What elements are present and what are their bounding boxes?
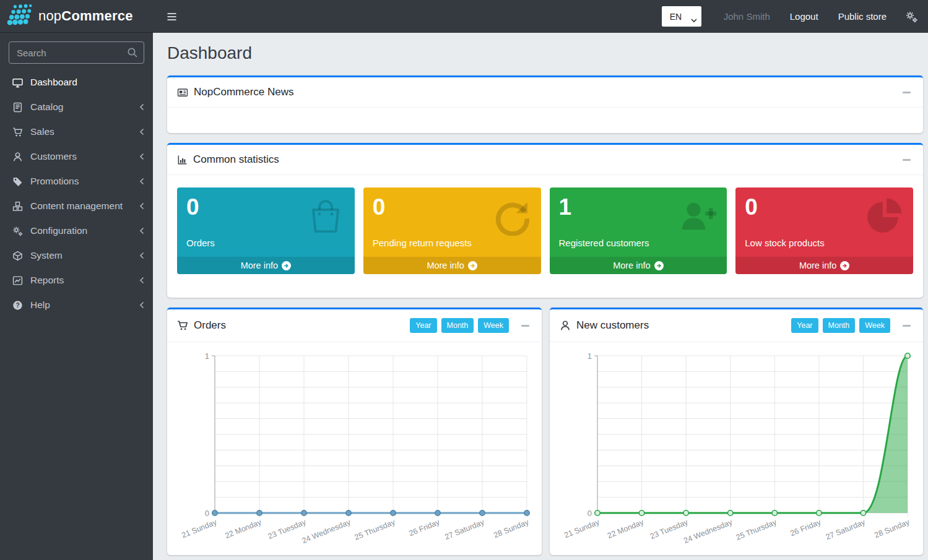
settings-gears-icon[interactable] [905, 11, 918, 23]
chevron-left-icon [139, 277, 144, 284]
orders-week-button[interactable]: Week [478, 318, 509, 333]
arrow-circle-right-icon [654, 261, 664, 270]
svg-text:1: 1 [205, 351, 209, 361]
collapse-button[interactable] [519, 322, 532, 329]
stat-label: Registered customers [559, 238, 718, 248]
minus-icon [903, 159, 911, 161]
registered-customers-stat-card: 1 Registered customers More info [550, 187, 727, 274]
sidebar-toggle-button[interactable] [167, 12, 177, 22]
current-user-label: John Smith [724, 11, 770, 22]
brand[interactable]: nopCommerce [0, 0, 153, 33]
newspaper-icon [177, 87, 188, 98]
orders-panel-title: Orders [177, 319, 226, 332]
logout-link[interactable]: Logout [790, 11, 818, 22]
svg-text:27 Saturday: 27 Saturday [443, 518, 485, 542]
arrow-circle-right-icon [468, 261, 477, 270]
chevron-left-icon [139, 128, 144, 136]
collapse-button[interactable] [900, 89, 913, 96]
more-info-link[interactable]: More info [550, 257, 727, 274]
orders-line-chart: 0121 Sunday22 Monday23 Tuesday24 Wednesd… [173, 347, 536, 553]
customers-year-button[interactable]: Year [791, 318, 818, 333]
sidebar-item-sales[interactable]: Sales [0, 119, 153, 144]
pending-returns-stat-card: 0 Pending return requests More info [363, 187, 541, 274]
statistics-panel-header: Common statistics [167, 145, 923, 175]
collapse-button[interactable] [900, 157, 913, 163]
svg-text:22 Monday: 22 Monday [224, 518, 263, 540]
orders-year-button[interactable]: Year [410, 318, 436, 333]
desktop-icon [10, 77, 25, 88]
sidebar-item-dashboard[interactable]: Dashboard [0, 70, 153, 95]
collapse-button[interactable] [900, 322, 913, 329]
sidebar-item-customers[interactable]: Customers [0, 144, 153, 169]
orders-chart-body: 0121 Sunday22 Monday23 Tuesday24 Wednesd… [167, 342, 542, 555]
chevron-left-icon [139, 153, 144, 160]
tag-icon [10, 176, 25, 187]
customers-panel-title: New customers [560, 319, 649, 332]
sidebar-item-label: Help [30, 299, 139, 311]
stat-value: 1 [559, 195, 718, 220]
svg-text:24 Wednesday: 24 Wednesday [682, 518, 734, 545]
sidebar-item-promotions[interactable]: Promotions [0, 169, 153, 194]
chevron-left-icon [139, 252, 144, 259]
chart-line-icon [10, 275, 25, 286]
orders-panel-header: Orders Year Month Week [167, 309, 542, 342]
news-panel: NopCommerce News [167, 75, 923, 133]
svg-text:1: 1 [588, 351, 592, 361]
svg-text:26 Friday: 26 Friday [408, 518, 441, 538]
sidebar-item-reports[interactable]: Reports [0, 268, 153, 293]
customers-panel-header: New customers Year Month Week [550, 309, 923, 342]
public-store-link[interactable]: Public store [838, 11, 887, 22]
sidebar-item-catalog[interactable]: Catalog [0, 95, 153, 119]
sidebar-item-label: Content management [30, 200, 139, 212]
cubes-icon [10, 201, 25, 212]
svg-text:26 Friday: 26 Friday [789, 518, 822, 538]
orders-stat-card: 0 Orders More info [177, 187, 355, 274]
chevron-left-icon [139, 202, 144, 210]
sidebar: nopCommerce Dashboard Catalog [0, 0, 153, 560]
sidebar-item-system[interactable]: System [0, 243, 153, 268]
customers-week-button[interactable]: Week [859, 318, 890, 333]
stat-value: 0 [186, 195, 345, 220]
news-panel-body [167, 108, 923, 133]
news-panel-title: NopCommerce News [177, 86, 294, 98]
orders-month-button[interactable]: Month [441, 318, 474, 333]
svg-text:28 Sunday: 28 Sunday [873, 518, 911, 540]
common-statistics-panel: Common statistics 0 Orders [167, 143, 923, 298]
customers-line-chart: 0121 Sunday22 Monday23 Tuesday24 Wednesd… [556, 347, 916, 553]
cart-icon [177, 320, 188, 331]
stat-label: Low stock products [745, 238, 904, 248]
search-input[interactable] [9, 41, 144, 64]
main-content: Dashboard NopCommerce News Common statis… [153, 0, 928, 555]
sidebar-item-configuration[interactable]: Configuration [0, 218, 153, 243]
stat-value: 0 [373, 195, 532, 220]
gears-icon [10, 226, 25, 236]
svg-text:21 Sunday: 21 Sunday [180, 518, 218, 540]
chevron-left-icon [139, 103, 144, 111]
brand-name: nopCommerce [38, 8, 133, 24]
language-select[interactable]: EN [662, 6, 701, 27]
user-icon [10, 152, 25, 162]
sidebar-menu: Dashboard Catalog Sales Customers [0, 70, 153, 317]
customers-panel-title-text: New customers [576, 319, 649, 332]
stat-label: Pending return requests [373, 238, 532, 248]
svg-text:0: 0 [588, 509, 592, 518]
search-icon[interactable] [126, 46, 139, 61]
more-info-link[interactable]: More info [735, 257, 913, 274]
sidebar-item-content-management[interactable]: Content management [0, 194, 153, 218]
sidebar-item-label: System [30, 250, 139, 261]
more-info-link[interactable]: More info [177, 257, 355, 274]
new-customers-chart-panel: New customers Year Month Week 0121 Sunda… [550, 308, 923, 555]
svg-text:?: ? [15, 301, 19, 308]
cube-icon [10, 251, 25, 261]
sidebar-item-help[interactable]: ? Help [0, 293, 153, 317]
customers-month-button[interactable]: Month [823, 318, 856, 333]
svg-text:21 Sunday: 21 Sunday [563, 518, 601, 540]
more-info-link[interactable]: More info [363, 257, 541, 274]
minus-icon [903, 325, 911, 327]
user-icon [560, 320, 571, 331]
language-select-wrap: EN [662, 6, 701, 27]
svg-text:24 Wednesday: 24 Wednesday [301, 518, 352, 545]
svg-text:0: 0 [205, 509, 209, 518]
news-panel-title-text: NopCommerce News [194, 86, 294, 98]
svg-text:27 Saturday: 27 Saturday [825, 518, 867, 542]
